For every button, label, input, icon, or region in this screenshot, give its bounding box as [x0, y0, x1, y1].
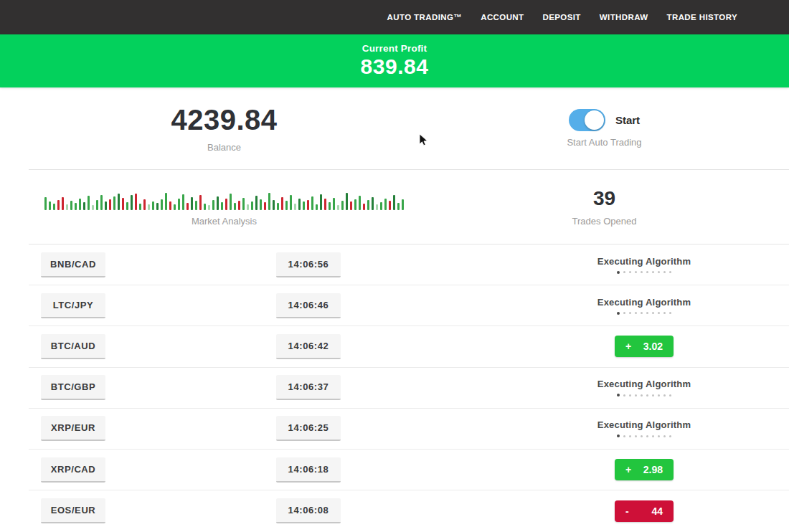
- candle-bar: [234, 203, 236, 210]
- time-chip: 14:06:18: [276, 457, 341, 483]
- candle-bar: [66, 204, 68, 210]
- trade-row: XRP/CAD 14:06:18 +2.98: [29, 450, 789, 490]
- badge-sign: +: [625, 341, 631, 352]
- auto-trading-label: Start Auto Trading: [567, 137, 641, 148]
- pair-chip[interactable]: XRP/EUR: [41, 416, 105, 441]
- progress-dot: [641, 394, 643, 396]
- progress-dot: [669, 394, 671, 396]
- progress-dot: [646, 394, 648, 396]
- candle-bar: [195, 201, 197, 210]
- pair-chip[interactable]: BNB/CAD: [41, 252, 105, 277]
- trade-status: +3.02: [499, 336, 789, 357]
- candle-bar: [221, 202, 223, 210]
- progress-dot: [617, 394, 620, 396]
- candle-bar: [217, 196, 219, 210]
- progress-dot: [617, 271, 620, 274]
- market-analysis-chart: [44, 187, 404, 210]
- progress-dot: [658, 271, 660, 273]
- pair-chip[interactable]: BTC/GBP: [41, 375, 105, 400]
- trade-status: Executing Algorithm: [499, 256, 789, 274]
- progress-dot: [629, 312, 631, 314]
- candle-bar: [92, 205, 94, 210]
- candle-bar: [109, 199, 111, 210]
- nav-item-withdraw[interactable]: WITHDRAW: [600, 13, 648, 22]
- profit-badge: +3.02: [615, 336, 674, 357]
- pair-chip[interactable]: BTC/AUD: [41, 334, 105, 359]
- pair-chip[interactable]: EOS/EUR: [41, 498, 105, 523]
- progress-dot: [617, 434, 620, 437]
- progress-dot: [635, 394, 637, 396]
- pair-chip[interactable]: XRP/CAD: [41, 457, 105, 483]
- candle-bar: [44, 197, 47, 210]
- candle-bar: [397, 203, 400, 210]
- candle-bar: [191, 197, 193, 210]
- progress-dot: [635, 271, 637, 273]
- candle-bar: [199, 195, 202, 210]
- candle-bar: [324, 199, 326, 210]
- progress-dot: [658, 394, 660, 396]
- candle-bar: [268, 193, 270, 210]
- progress-dot: [635, 435, 637, 437]
- candle-bar: [139, 204, 141, 210]
- progress-dot: [646, 435, 648, 437]
- candle-bar: [100, 195, 103, 210]
- candle-bar: [354, 199, 356, 210]
- candle-bar: [333, 198, 335, 210]
- candle-bar: [294, 204, 296, 210]
- candle-bar: [186, 203, 189, 210]
- candle-bar: [105, 201, 107, 210]
- nav-item-trade-history[interactable]: TRADE HISTORY: [667, 13, 738, 22]
- toggle-label: Start: [615, 114, 640, 126]
- progress-dot: [617, 312, 620, 315]
- progress-dots: [617, 312, 671, 315]
- auto-trading-cell: Start Start Auto Trading: [420, 87, 789, 169]
- candle-bar: [230, 194, 232, 210]
- progress-dots: [617, 394, 671, 396]
- time-chip: 14:06:42: [276, 334, 341, 359]
- candle-bar: [367, 200, 369, 210]
- executing-algorithm-label: Executing Algorithm: [597, 419, 691, 430]
- balance-label: Balance: [207, 142, 241, 153]
- candle-bar: [285, 201, 288, 210]
- nav-item-account[interactable]: ACCOUNT: [481, 13, 524, 22]
- balance-section: 4239.84 Balance Start Start Auto Trading: [29, 87, 789, 170]
- candle-bar: [251, 201, 253, 210]
- auto-trading-toggle[interactable]: [569, 109, 605, 131]
- progress-dot: [646, 312, 648, 314]
- candle-bar: [402, 199, 404, 210]
- loss-badge: -44: [615, 500, 674, 522]
- candle-bar: [143, 199, 146, 210]
- progress-dot: [652, 312, 654, 314]
- candle-bar: [238, 201, 240, 210]
- progress-dot: [641, 435, 643, 437]
- candle-bar: [350, 201, 352, 210]
- progress-dot: [635, 312, 637, 314]
- badge-amount: 2.98: [643, 464, 663, 475]
- progress-dot: [658, 435, 660, 437]
- trades-opened-label: Trades Opened: [572, 216, 637, 227]
- market-section: Market Analysis 39 Trades Opened: [29, 170, 789, 244]
- time-chip: 14:06:08: [276, 498, 341, 523]
- progress-dot: [623, 312, 625, 314]
- progress-dot: [663, 394, 666, 396]
- candle-bar: [70, 201, 72, 210]
- candle-bar: [165, 193, 167, 210]
- trade-row: BTC/AUD 14:06:42 +3.02: [29, 326, 789, 367]
- nav-item-auto-trading[interactable]: AUTO TRADING™: [387, 13, 463, 22]
- top-nav-bar: AUTO TRADING™ACCOUNTDEPOSITWITHDRAWTRADE…: [0, 0, 789, 34]
- progress-dot: [652, 435, 654, 437]
- market-analysis-label: Market Analysis: [192, 216, 257, 227]
- candle-bar: [135, 194, 137, 210]
- candle-bar: [359, 196, 361, 210]
- candle-bar: [83, 202, 85, 210]
- nav-item-deposit[interactable]: DEPOSIT: [543, 13, 581, 22]
- badge-sign: +: [625, 464, 631, 475]
- time-chip: 14:06:56: [276, 252, 341, 277]
- candle-bar: [264, 202, 266, 210]
- time-chip: 14:06:46: [276, 293, 341, 318]
- progress-dots: [617, 271, 671, 274]
- candle-bar: [75, 203, 77, 210]
- progress-dot: [669, 271, 671, 273]
- trade-row: BNB/CAD 14:06:56 Executing Algorithm: [29, 244, 789, 285]
- pair-chip[interactable]: LTC/JPY: [41, 293, 105, 318]
